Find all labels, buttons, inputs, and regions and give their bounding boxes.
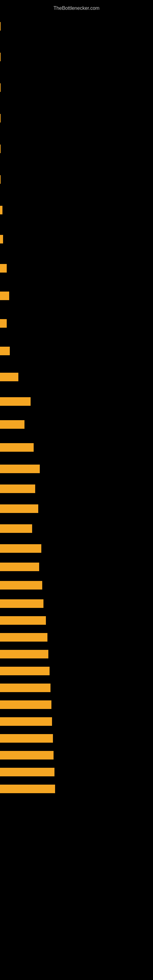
bar-fill: B bbox=[0, 235, 3, 243]
bar-row: B bbox=[0, 233, 153, 245]
bar-label: Bottleneck result bbox=[0, 768, 30, 773]
bar-row: Bot bbox=[0, 290, 153, 302]
bar-fill: Bottleneck res bbox=[0, 485, 35, 493]
bar-row: Bottleneck result bbox=[0, 766, 153, 778]
bar-label: Bottleneck result bbox=[0, 718, 30, 722]
bar-fill: Bottleneck result bbox=[0, 667, 49, 675]
bar-label: Bottleneck result bbox=[0, 545, 30, 549]
bar-row: Bottleneck result bbox=[0, 463, 153, 475]
bar-row: Bo bbox=[0, 317, 153, 329]
bar-row bbox=[0, 20, 153, 32]
bar-row: Bottleneck res bbox=[0, 483, 153, 495]
bar-row: Bottleneck result bbox=[0, 648, 153, 660]
main-container: TheBottlenecker.com BBBoBotBoBotBottlene… bbox=[0, 0, 153, 980]
bar-label bbox=[0, 115, 1, 119]
bar-label bbox=[0, 145, 1, 150]
bar-label bbox=[0, 23, 1, 27]
bar-label: Bottleneck result bbox=[0, 465, 30, 470]
bar-label: B bbox=[0, 207, 4, 211]
bar-row: Bottleneck resul bbox=[0, 561, 153, 573]
bar-fill: Bot bbox=[0, 291, 9, 300]
bar-label: Bottleneck result bbox=[0, 651, 30, 655]
bar-label: Bo bbox=[0, 265, 6, 269]
bar-fill: Bottleneck result bbox=[0, 599, 43, 608]
bar-fill: Bottleneck resul bbox=[0, 563, 39, 571]
bar-label: Bot bbox=[0, 292, 7, 297]
bar-label: Bottleneck result bbox=[0, 667, 30, 672]
bar-fill: Bottleneck result bbox=[0, 768, 54, 776]
bar-row: Bottleneck result bbox=[0, 579, 153, 591]
bar-row: Bottleneck re bbox=[0, 395, 153, 407]
bar-label: Bottleneck result bbox=[0, 617, 30, 621]
bar-fill bbox=[0, 114, 1, 123]
bar-fill: Bottleneck re bbox=[0, 524, 32, 533]
bar-label bbox=[0, 53, 1, 58]
bar-fill: Bo bbox=[0, 264, 7, 272]
bar-label: B bbox=[0, 235, 4, 240]
bar-fill: Bot bbox=[0, 347, 10, 355]
bar-fill bbox=[0, 83, 1, 92]
bar-label bbox=[0, 84, 1, 89]
bar-row: Bo bbox=[0, 262, 153, 274]
bar-fill: Bottleneck bbox=[0, 420, 24, 429]
bar-row: Bottleneck re bbox=[0, 522, 153, 535]
bar-row: Bot bbox=[0, 345, 153, 357]
bar-fill: Bottleneck result bbox=[0, 734, 53, 743]
bar-row: Bottleneck resul bbox=[0, 503, 153, 515]
bar-label: Bottlene bbox=[0, 373, 16, 378]
bar-label: Bottleneck re bbox=[0, 398, 24, 402]
bar-fill: Bottleneck result bbox=[0, 544, 41, 553]
bar-row: Bottleneck result bbox=[0, 682, 153, 694]
bar-row bbox=[0, 51, 153, 63]
bar-fill: Bottleneck result bbox=[0, 751, 54, 759]
bar-row: Bottleneck result bbox=[0, 631, 153, 643]
bar-fill: B bbox=[0, 206, 2, 215]
bar-row bbox=[0, 112, 153, 124]
bar-fill: Bottleneck result bbox=[0, 684, 51, 692]
bar-row: Bottleneck result bbox=[0, 749, 153, 761]
bar-fill: Bottleneck result bbox=[0, 717, 52, 726]
bar-label: Bottleneck result bbox=[0, 600, 30, 605]
bar-row: Bottlene bbox=[0, 371, 153, 383]
bar-label: Bottleneck result bbox=[0, 634, 30, 638]
bar-fill bbox=[0, 52, 1, 61]
bar-label: Bottleneck result bbox=[0, 582, 30, 586]
bar-fill: Bottleneck result bbox=[0, 633, 48, 641]
bar-label: Bottleneck res bbox=[0, 444, 26, 449]
bar-label: Bottleneck bbox=[0, 421, 20, 425]
bar-label: Bo bbox=[0, 320, 6, 324]
bar-fill: Bo bbox=[0, 319, 7, 328]
bar-row: Bottleneck result bbox=[0, 715, 153, 728]
bar-fill: Bottleneck result bbox=[0, 784, 55, 793]
bar-row bbox=[0, 81, 153, 94]
bar-row: Bottleneck result bbox=[0, 665, 153, 677]
bar-label: Bottleneck result bbox=[0, 785, 30, 790]
bar-row bbox=[0, 173, 153, 186]
bar-row: Bottleneck result bbox=[0, 598, 153, 610]
bar-fill: Bottlene bbox=[0, 373, 18, 381]
bar-row: B bbox=[0, 204, 153, 216]
bar-fill bbox=[0, 145, 1, 153]
bar-row: Bottleneck result bbox=[0, 698, 153, 711]
bar-label: Bottleneck resul bbox=[0, 563, 30, 568]
bar-fill: Bottleneck re bbox=[0, 397, 30, 406]
bar-label: Bottleneck res bbox=[0, 485, 26, 490]
bar-row: Bottleneck result bbox=[0, 614, 153, 627]
bar-label: Bottleneck result bbox=[0, 751, 30, 756]
bar-fill: Bottleneck result bbox=[0, 581, 42, 590]
bar-row: Bottleneck res bbox=[0, 441, 153, 453]
site-title: TheBottlenecker.com bbox=[0, 3, 153, 17]
bar-label: Bottleneck result bbox=[0, 735, 30, 739]
bar-label: Bottleneck result bbox=[0, 684, 30, 689]
bar-fill: Bottleneck result bbox=[0, 465, 40, 473]
bar-row bbox=[0, 143, 153, 155]
bar-label bbox=[0, 176, 1, 180]
bar-label: Bottleneck result bbox=[0, 701, 30, 706]
bar-row: Bottleneck result bbox=[0, 542, 153, 555]
bar-row: Bottleneck bbox=[0, 418, 153, 431]
bar-label: Bottleneck re bbox=[0, 525, 24, 530]
bar-fill: Bottleneck result bbox=[0, 616, 46, 625]
bar-fill: Bottleneck result bbox=[0, 650, 48, 659]
bar-fill bbox=[0, 175, 1, 184]
bar-row: Bottleneck result bbox=[0, 732, 153, 745]
